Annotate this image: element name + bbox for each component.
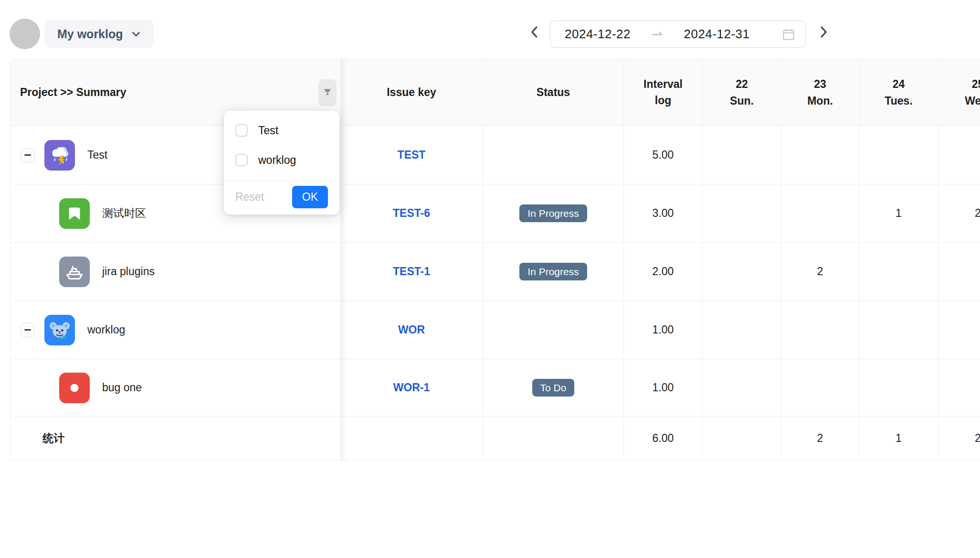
- status-cell: To Do: [483, 359, 624, 417]
- issue-key-link[interactable]: TEST-6: [393, 207, 430, 220]
- issue-key-cell: TEST-1: [340, 243, 483, 301]
- filter-dropdown-footer: Reset OK: [224, 181, 339, 215]
- prev-range-button[interactable]: [527, 24, 543, 40]
- status-badge: To Do: [532, 379, 575, 397]
- issue-key-header: Issue key: [340, 59, 483, 126]
- day-weekday: Wed.: [965, 93, 980, 109]
- day-weekday: Mon.: [807, 93, 833, 109]
- summary-row: 统计 6.00 212: [11, 417, 980, 461]
- filter-option-label: worklog: [258, 154, 296, 167]
- status-cell: In Progress: [483, 243, 624, 301]
- issue-key-link[interactable]: TEST: [398, 149, 426, 161]
- day-value-cell: [938, 301, 980, 359]
- summary-interval-cell: 6.00: [624, 417, 703, 461]
- issue-key-link[interactable]: WOR-1: [393, 381, 430, 394]
- calendar-icon[interactable]: [781, 27, 796, 42]
- record-dot-icon: [59, 373, 90, 403]
- top-bar: My worklog 2024-12-22 ⇀ 2024-12-31: [0, 0, 980, 59]
- filter-option[interactable]: worklog: [224, 145, 339, 175]
- day-header: 22 Sun.: [703, 59, 781, 126]
- day-date: 24: [885, 76, 912, 93]
- koala-icon: [44, 315, 75, 345]
- table-row: jira plugins TEST-1 In Progress 2.00 2: [11, 243, 980, 301]
- view-selector-button[interactable]: My worklog: [45, 20, 154, 48]
- issue-key-link[interactable]: WOR: [398, 323, 425, 336]
- summary-day-cell: 2: [781, 417, 859, 461]
- checkbox-icon[interactable]: [235, 124, 248, 137]
- day-value-cell: [781, 184, 859, 243]
- day-header: 23 Mon.: [781, 59, 859, 126]
- day-value-cell: [781, 301, 859, 359]
- range-end-input[interactable]: 2024-12-31: [684, 27, 749, 42]
- status-badge: In Progress: [519, 263, 587, 280]
- status-badge: In Progress: [519, 204, 587, 222]
- day-date: 22: [730, 76, 754, 93]
- status-cell: In Progress: [483, 184, 624, 243]
- ship-icon: [59, 257, 90, 287]
- issue-key-cell: WOR: [340, 301, 483, 359]
- table-row: 测试时区 TEST-6 In Progress 3.00 12: [11, 184, 980, 243]
- interval-log-cell: 2.00: [624, 243, 703, 301]
- filter-reset-button[interactable]: Reset: [235, 191, 264, 204]
- table-row: Test TEST 5.00: [11, 126, 980, 184]
- row-name: jira plugins: [102, 265, 155, 278]
- day-value-cell: [703, 126, 781, 184]
- filter-option[interactable]: Test: [224, 116, 339, 145]
- day-value-cell: [703, 184, 781, 243]
- project-cell: worklog: [11, 301, 340, 359]
- day-value-cell: [859, 126, 938, 184]
- status-header: Status: [483, 59, 624, 126]
- filter-dropdown: Test worklog Reset OK: [224, 111, 339, 215]
- day-value-cell: [703, 359, 781, 417]
- day-value-cell: [938, 126, 980, 184]
- filter-ok-button[interactable]: OK: [292, 186, 328, 208]
- day-value-cell: 1: [859, 184, 938, 243]
- day-date: 25: [965, 76, 980, 93]
- day-value-cell: [781, 359, 859, 417]
- row-name: Test: [87, 149, 107, 161]
- user-avatar[interactable]: [10, 19, 40, 49]
- summary-status-cell: [483, 417, 624, 461]
- table-row: worklog WOR 1.00: [11, 301, 980, 359]
- funnel-icon: [323, 88, 332, 97]
- project-cell: jira plugins: [11, 243, 340, 301]
- issue-key-link[interactable]: TEST-1: [393, 265, 430, 278]
- checkbox-icon[interactable]: [235, 154, 248, 166]
- status-cell: [483, 126, 624, 184]
- minus-icon: [24, 329, 31, 331]
- minus-icon: [24, 154, 31, 156]
- table-row: bug one WOR-1 To Do 1.00: [11, 359, 980, 417]
- interval-log-cell: 1.00: [624, 301, 703, 359]
- summary-day-cell: 1: [859, 417, 938, 461]
- issue-key-cell: TEST: [340, 126, 483, 184]
- filter-option-label: Test: [258, 124, 278, 137]
- day-value-cell: 2: [938, 184, 980, 243]
- day-value-cell: [781, 126, 859, 184]
- storm-cloud-icon: [44, 140, 75, 171]
- day-value-cell: [703, 301, 781, 359]
- project-summary-header-label: Project >> Summary: [20, 86, 126, 99]
- collapse-button[interactable]: [21, 148, 35, 162]
- swap-right-icon: ⇀: [652, 28, 663, 41]
- day-value-cell: [859, 243, 938, 301]
- collapse-button[interactable]: [21, 323, 35, 337]
- day-weekday: Sun.: [730, 93, 754, 109]
- next-range-button[interactable]: [815, 24, 832, 40]
- date-range-picker[interactable]: 2024-12-22 ⇀ 2024-12-31: [550, 21, 806, 48]
- summary-day-cell: 2: [938, 417, 980, 461]
- worklog-table: Project >> Summary Issue key Status Inte…: [10, 59, 980, 461]
- day-header: 25 Wed.: [938, 59, 980, 126]
- day-value-cell: 2: [781, 243, 859, 301]
- range-start-input[interactable]: 2024-12-22: [565, 27, 631, 42]
- table-header-row: Project >> Summary Issue key Status Inte…: [11, 59, 980, 126]
- day-value-cell: [703, 243, 781, 301]
- chevron-left-icon: [527, 25, 542, 39]
- interval-log-cell: 5.00: [624, 126, 703, 184]
- summary-day-cell: [703, 417, 781, 461]
- row-name: bug one: [102, 381, 142, 394]
- view-selector-label: My worklog: [57, 27, 123, 41]
- filter-button[interactable]: [318, 79, 337, 106]
- interval-log-cell: 1.00: [624, 359, 703, 417]
- status-cell: [483, 301, 624, 359]
- day-date: 23: [807, 76, 833, 93]
